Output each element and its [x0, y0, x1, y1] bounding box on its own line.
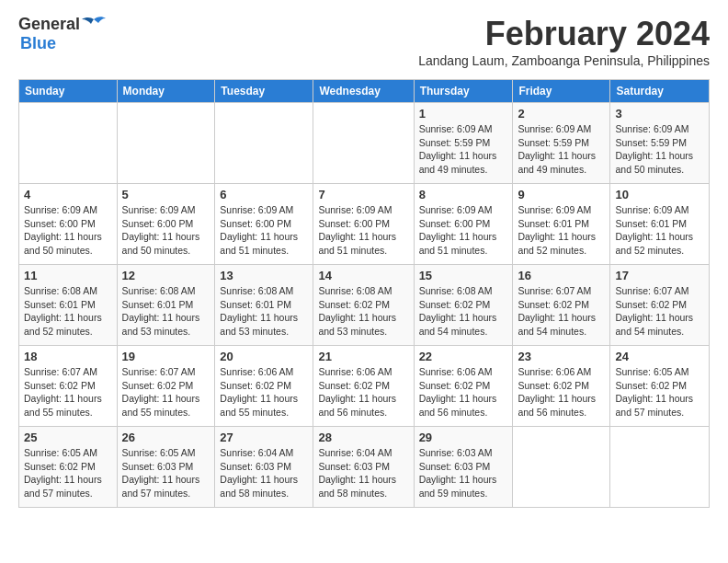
- table-row: 2Sunrise: 6:09 AM Sunset: 5:59 PM Daylig…: [513, 103, 610, 184]
- header-monday: Monday: [117, 80, 215, 103]
- table-row: 25Sunrise: 6:05 AM Sunset: 6:02 PM Dayli…: [19, 427, 118, 508]
- day-number: 9: [518, 188, 605, 201]
- day-number: 29: [419, 431, 508, 444]
- day-number: 23: [518, 350, 605, 363]
- table-row: 28Sunrise: 6:04 AM Sunset: 6:03 PM Dayli…: [313, 427, 414, 508]
- day-info: Sunrise: 6:07 AM Sunset: 6:02 PM Dayligh…: [615, 284, 704, 339]
- day-info: Sunrise: 6:08 AM Sunset: 6:02 PM Dayligh…: [419, 284, 508, 339]
- header-friday: Friday: [513, 80, 610, 103]
- table-row: 22Sunrise: 6:06 AM Sunset: 6:02 PM Dayli…: [414, 346, 513, 427]
- day-info: Sunrise: 6:09 AM Sunset: 6:00 PM Dayligh…: [419, 203, 508, 258]
- table-row: 8Sunrise: 6:09 AM Sunset: 6:00 PM Daylig…: [414, 184, 513, 265]
- day-info: Sunrise: 6:06 AM Sunset: 6:02 PM Dayligh…: [518, 365, 605, 419]
- day-info: Sunrise: 6:08 AM Sunset: 6:01 PM Dayligh…: [220, 284, 308, 339]
- day-number: 15: [419, 269, 508, 282]
- day-number: 17: [615, 269, 704, 282]
- day-info: Sunrise: 6:07 AM Sunset: 6:02 PM Dayligh…: [518, 284, 605, 339]
- day-info: Sunrise: 6:08 AM Sunset: 6:01 PM Dayligh…: [122, 284, 210, 339]
- table-row: [313, 103, 414, 184]
- day-number: 3: [615, 107, 704, 121]
- table-row: 19Sunrise: 6:07 AM Sunset: 6:02 PM Dayli…: [117, 346, 215, 427]
- table-row: 24Sunrise: 6:05 AM Sunset: 6:02 PM Dayli…: [610, 346, 710, 427]
- day-number: 14: [318, 269, 408, 282]
- calendar-week-row: 25Sunrise: 6:05 AM Sunset: 6:02 PM Dayli…: [19, 427, 710, 508]
- day-info: Sunrise: 6:05 AM Sunset: 6:03 PM Dayligh…: [122, 446, 210, 500]
- table-row: [513, 427, 610, 508]
- day-info: Sunrise: 6:05 AM Sunset: 6:02 PM Dayligh…: [24, 446, 112, 500]
- day-number: 4: [24, 188, 112, 201]
- table-row: 11Sunrise: 6:08 AM Sunset: 6:01 PM Dayli…: [19, 265, 118, 346]
- table-row: 3Sunrise: 6:09 AM Sunset: 5:59 PM Daylig…: [610, 103, 710, 184]
- day-info: Sunrise: 6:09 AM Sunset: 5:59 PM Dayligh…: [615, 122, 704, 177]
- day-info: Sunrise: 6:09 AM Sunset: 5:59 PM Dayligh…: [518, 122, 605, 177]
- table-row: 15Sunrise: 6:08 AM Sunset: 6:02 PM Dayli…: [414, 265, 513, 346]
- day-number: 11: [24, 269, 112, 282]
- calendar-week-row: 18Sunrise: 6:07 AM Sunset: 6:02 PM Dayli…: [19, 346, 710, 427]
- logo-general: General: [18, 15, 80, 34]
- page-header: General Blue February 2024 Landang Laum,…: [18, 15, 710, 75]
- day-number: 24: [615, 350, 704, 363]
- table-row: 6Sunrise: 6:09 AM Sunset: 6:00 PM Daylig…: [215, 184, 313, 265]
- day-info: Sunrise: 6:09 AM Sunset: 5:59 PM Dayligh…: [419, 122, 508, 177]
- day-number: 27: [220, 431, 308, 444]
- table-row: [215, 103, 313, 184]
- month-title: February 2024: [418, 15, 710, 53]
- calendar-week-row: 1Sunrise: 6:09 AM Sunset: 5:59 PM Daylig…: [19, 103, 710, 184]
- day-info: Sunrise: 6:08 AM Sunset: 6:01 PM Dayligh…: [24, 284, 112, 339]
- day-number: 8: [419, 188, 508, 201]
- day-info: Sunrise: 6:09 AM Sunset: 6:01 PM Dayligh…: [615, 203, 704, 258]
- header-sunday: Sunday: [19, 80, 118, 103]
- table-row: [610, 427, 710, 508]
- table-row: 7Sunrise: 6:09 AM Sunset: 6:00 PM Daylig…: [313, 184, 414, 265]
- day-info: Sunrise: 6:07 AM Sunset: 6:02 PM Dayligh…: [24, 365, 112, 419]
- logo-blue: Blue: [20, 34, 56, 53]
- day-info: Sunrise: 6:07 AM Sunset: 6:02 PM Dayligh…: [122, 365, 210, 419]
- table-row: 26Sunrise: 6:05 AM Sunset: 6:03 PM Dayli…: [117, 427, 215, 508]
- calendar-week-row: 11Sunrise: 6:08 AM Sunset: 6:01 PM Dayli…: [19, 265, 710, 346]
- day-info: Sunrise: 6:05 AM Sunset: 6:02 PM Dayligh…: [615, 365, 704, 419]
- day-info: Sunrise: 6:06 AM Sunset: 6:02 PM Dayligh…: [419, 365, 508, 419]
- day-info: Sunrise: 6:03 AM Sunset: 6:03 PM Dayligh…: [419, 446, 508, 500]
- day-number: 20: [220, 350, 308, 363]
- day-info: Sunrise: 6:09 AM Sunset: 6:01 PM Dayligh…: [518, 203, 605, 258]
- day-number: 7: [318, 188, 408, 201]
- table-row: 29Sunrise: 6:03 AM Sunset: 6:03 PM Dayli…: [414, 427, 513, 508]
- day-number: 16: [518, 269, 605, 282]
- logo: General Blue: [18, 15, 106, 53]
- day-info: Sunrise: 6:09 AM Sunset: 6:00 PM Dayligh…: [24, 203, 112, 258]
- table-row: 21Sunrise: 6:06 AM Sunset: 6:02 PM Dayli…: [313, 346, 414, 427]
- day-number: 19: [122, 350, 210, 363]
- table-row: 18Sunrise: 6:07 AM Sunset: 6:02 PM Dayli…: [19, 346, 118, 427]
- location-title: Landang Laum, Zamboanga Peninsula, Phili…: [418, 53, 710, 68]
- day-info: Sunrise: 6:04 AM Sunset: 6:03 PM Dayligh…: [318, 446, 408, 500]
- table-row: 4Sunrise: 6:09 AM Sunset: 6:00 PM Daylig…: [19, 184, 118, 265]
- table-row: 14Sunrise: 6:08 AM Sunset: 6:02 PM Dayli…: [313, 265, 414, 346]
- header-thursday: Thursday: [414, 80, 513, 103]
- calendar-header-row: Sunday Monday Tuesday Wednesday Thursday…: [19, 80, 710, 103]
- table-row: 10Sunrise: 6:09 AM Sunset: 6:01 PM Dayli…: [610, 184, 710, 265]
- day-info: Sunrise: 6:06 AM Sunset: 6:02 PM Dayligh…: [318, 365, 408, 419]
- day-number: 6: [220, 188, 308, 201]
- day-number: 18: [24, 350, 112, 363]
- day-info: Sunrise: 6:04 AM Sunset: 6:03 PM Dayligh…: [220, 446, 308, 500]
- header-tuesday: Tuesday: [215, 80, 313, 103]
- day-info: Sunrise: 6:09 AM Sunset: 6:00 PM Dayligh…: [318, 203, 408, 258]
- day-info: Sunrise: 6:09 AM Sunset: 6:00 PM Dayligh…: [122, 203, 210, 258]
- table-row: 20Sunrise: 6:06 AM Sunset: 6:02 PM Dayli…: [215, 346, 313, 427]
- header-wednesday: Wednesday: [313, 80, 414, 103]
- table-row: 13Sunrise: 6:08 AM Sunset: 6:01 PM Dayli…: [215, 265, 313, 346]
- day-number: 13: [220, 269, 308, 282]
- table-row: 12Sunrise: 6:08 AM Sunset: 6:01 PM Dayli…: [117, 265, 215, 346]
- day-number: 2: [518, 107, 605, 121]
- day-number: 26: [122, 431, 210, 444]
- table-row: 1Sunrise: 6:09 AM Sunset: 5:59 PM Daylig…: [414, 103, 513, 184]
- day-info: Sunrise: 6:08 AM Sunset: 6:02 PM Dayligh…: [318, 284, 408, 339]
- day-number: 10: [615, 188, 704, 201]
- table-row: [19, 103, 118, 184]
- day-number: 12: [122, 269, 210, 282]
- day-number: 21: [318, 350, 408, 363]
- day-info: Sunrise: 6:06 AM Sunset: 6:02 PM Dayligh…: [220, 365, 308, 419]
- day-info: Sunrise: 6:09 AM Sunset: 6:00 PM Dayligh…: [220, 203, 308, 258]
- day-number: 25: [24, 431, 112, 444]
- table-row: [117, 103, 215, 184]
